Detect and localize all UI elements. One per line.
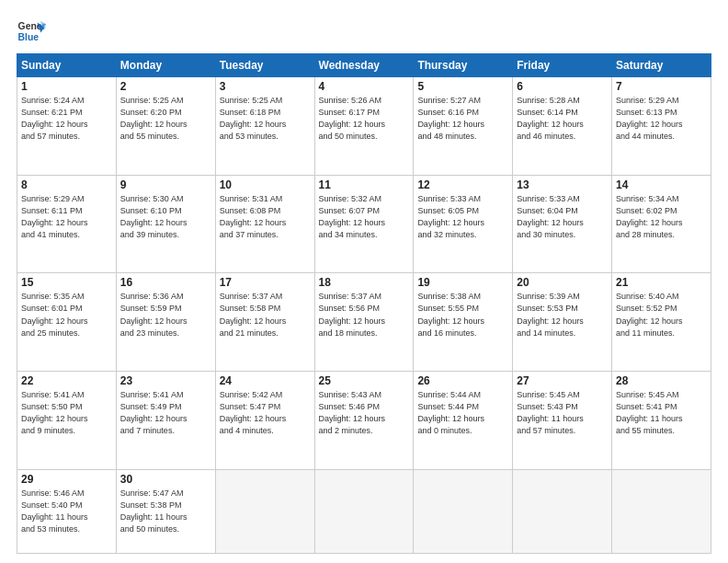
calendar-cell [414, 469, 513, 553]
calendar-cell: 6Sunrise: 5:28 AM Sunset: 6:14 PM Daylig… [513, 77, 612, 176]
calendar-week-row: 15Sunrise: 5:35 AM Sunset: 6:01 PM Dayli… [17, 273, 711, 372]
day-info: Sunrise: 5:34 AM Sunset: 6:02 PM Dayligh… [616, 193, 707, 241]
day-info: Sunrise: 5:26 AM Sunset: 6:17 PM Dayligh… [319, 95, 410, 143]
day-number: 29 [21, 473, 112, 486]
day-info: Sunrise: 5:33 AM Sunset: 6:05 PM Dayligh… [417, 193, 508, 241]
day-number: 19 [417, 276, 508, 289]
day-number: 13 [517, 178, 608, 191]
day-number: 3 [220, 80, 311, 93]
calendar-cell: 30Sunrise: 5:47 AM Sunset: 5:38 PM Dayli… [116, 469, 215, 553]
day-info: Sunrise: 5:33 AM Sunset: 6:04 PM Dayligh… [517, 193, 608, 241]
calendar-cell: 8Sunrise: 5:29 AM Sunset: 6:11 PM Daylig… [17, 175, 117, 273]
weekday-header-wednesday: Wednesday [314, 54, 414, 77]
day-number: 10 [220, 178, 311, 191]
day-number: 7 [616, 80, 707, 93]
day-info: Sunrise: 5:25 AM Sunset: 6:20 PM Dayligh… [120, 95, 211, 143]
day-number: 15 [21, 276, 112, 289]
calendar-cell: 3Sunrise: 5:25 AM Sunset: 6:18 PM Daylig… [215, 77, 314, 176]
day-info: Sunrise: 5:30 AM Sunset: 6:10 PM Dayligh… [120, 193, 211, 241]
day-info: Sunrise: 5:46 AM Sunset: 5:40 PM Dayligh… [21, 488, 112, 535]
day-number: 8 [21, 178, 112, 191]
calendar-cell: 23Sunrise: 5:41 AM Sunset: 5:49 PM Dayli… [116, 372, 215, 470]
calendar-cell: 20Sunrise: 5:39 AM Sunset: 5:53 PM Dayli… [513, 273, 612, 372]
day-info: Sunrise: 5:24 AM Sunset: 6:21 PM Dayligh… [21, 95, 112, 143]
logo-icon: General Blue [17, 17, 46, 46]
day-number: 17 [220, 276, 311, 289]
day-number: 16 [120, 276, 211, 289]
page: General Blue SundayMondayTuesdayWednesda… [0, 0, 728, 563]
calendar-cell: 26Sunrise: 5:44 AM Sunset: 5:44 PM Dayli… [414, 372, 513, 470]
calendar-cell: 13Sunrise: 5:33 AM Sunset: 6:04 PM Dayli… [513, 175, 612, 273]
calendar-cell: 29Sunrise: 5:46 AM Sunset: 5:40 PM Dayli… [17, 469, 117, 553]
weekday-header-monday: Monday [116, 54, 215, 77]
calendar-cell: 2Sunrise: 5:25 AM Sunset: 6:20 PM Daylig… [116, 77, 215, 176]
calendar-cell: 14Sunrise: 5:34 AM Sunset: 6:02 PM Dayli… [612, 175, 711, 273]
day-number: 22 [21, 374, 112, 387]
calendar-cell: 9Sunrise: 5:30 AM Sunset: 6:10 PM Daylig… [116, 175, 215, 273]
day-info: Sunrise: 5:27 AM Sunset: 6:16 PM Dayligh… [417, 95, 508, 143]
calendar-cell: 4Sunrise: 5:26 AM Sunset: 6:17 PM Daylig… [314, 77, 414, 176]
day-info: Sunrise: 5:43 AM Sunset: 5:46 PM Dayligh… [319, 389, 410, 437]
day-number: 24 [220, 374, 311, 387]
day-info: Sunrise: 5:36 AM Sunset: 5:59 PM Dayligh… [120, 291, 211, 339]
calendar-cell: 18Sunrise: 5:37 AM Sunset: 5:56 PM Dayli… [314, 273, 414, 372]
calendar-cell: 5Sunrise: 5:27 AM Sunset: 6:16 PM Daylig… [414, 77, 513, 176]
calendar-cell [513, 469, 612, 553]
day-info: Sunrise: 5:37 AM Sunset: 5:56 PM Dayligh… [319, 291, 410, 339]
day-info: Sunrise: 5:45 AM Sunset: 5:43 PM Dayligh… [517, 389, 608, 437]
day-info: Sunrise: 5:47 AM Sunset: 5:38 PM Dayligh… [120, 488, 211, 535]
day-info: Sunrise: 5:32 AM Sunset: 6:07 PM Dayligh… [319, 193, 410, 241]
weekday-header-tuesday: Tuesday [215, 54, 314, 77]
calendar-cell: 28Sunrise: 5:45 AM Sunset: 5:41 PM Dayli… [612, 372, 711, 470]
day-info: Sunrise: 5:38 AM Sunset: 5:55 PM Dayligh… [417, 291, 508, 339]
calendar-week-row: 22Sunrise: 5:41 AM Sunset: 5:50 PM Dayli… [17, 372, 711, 470]
day-info: Sunrise: 5:39 AM Sunset: 5:53 PM Dayligh… [517, 291, 608, 339]
calendar-cell [215, 469, 314, 553]
day-number: 14 [616, 178, 707, 191]
calendar-cell: 10Sunrise: 5:31 AM Sunset: 6:08 PM Dayli… [215, 175, 314, 273]
calendar-cell: 12Sunrise: 5:33 AM Sunset: 6:05 PM Dayli… [414, 175, 513, 273]
day-number: 26 [417, 374, 508, 387]
day-info: Sunrise: 5:35 AM Sunset: 6:01 PM Dayligh… [21, 291, 112, 339]
day-number: 30 [120, 473, 211, 486]
calendar-cell: 27Sunrise: 5:45 AM Sunset: 5:43 PM Dayli… [513, 372, 612, 470]
calendar-week-row: 8Sunrise: 5:29 AM Sunset: 6:11 PM Daylig… [17, 175, 711, 273]
calendar-cell: 19Sunrise: 5:38 AM Sunset: 5:55 PM Dayli… [414, 273, 513, 372]
day-number: 5 [417, 80, 508, 93]
calendar-cell: 17Sunrise: 5:37 AM Sunset: 5:58 PM Dayli… [215, 273, 314, 372]
day-info: Sunrise: 5:45 AM Sunset: 5:41 PM Dayligh… [616, 389, 707, 437]
calendar-cell: 15Sunrise: 5:35 AM Sunset: 6:01 PM Dayli… [17, 273, 117, 372]
calendar-table: SundayMondayTuesdayWednesdayThursdayFrid… [17, 53, 711, 554]
day-number: 12 [417, 178, 508, 191]
day-info: Sunrise: 5:41 AM Sunset: 5:50 PM Dayligh… [21, 389, 112, 437]
weekday-header-row: SundayMondayTuesdayWednesdayThursdayFrid… [17, 54, 711, 77]
day-info: Sunrise: 5:37 AM Sunset: 5:58 PM Dayligh… [220, 291, 311, 339]
day-number: 9 [120, 178, 211, 191]
weekday-header-friday: Friday [513, 54, 612, 77]
day-number: 11 [319, 178, 410, 191]
weekday-header-saturday: Saturday [612, 54, 711, 77]
day-info: Sunrise: 5:40 AM Sunset: 5:52 PM Dayligh… [616, 291, 707, 339]
logo: General Blue [17, 17, 46, 46]
day-number: 20 [517, 276, 608, 289]
day-number: 27 [517, 374, 608, 387]
day-info: Sunrise: 5:42 AM Sunset: 5:47 PM Dayligh… [220, 389, 311, 437]
day-number: 6 [517, 80, 608, 93]
weekday-header-thursday: Thursday [414, 54, 513, 77]
calendar-cell: 7Sunrise: 5:29 AM Sunset: 6:13 PM Daylig… [612, 77, 711, 176]
day-info: Sunrise: 5:29 AM Sunset: 6:13 PM Dayligh… [616, 95, 707, 143]
day-info: Sunrise: 5:29 AM Sunset: 6:11 PM Dayligh… [21, 193, 112, 241]
day-info: Sunrise: 5:25 AM Sunset: 6:18 PM Dayligh… [220, 95, 311, 143]
day-number: 28 [616, 374, 707, 387]
calendar-cell: 25Sunrise: 5:43 AM Sunset: 5:46 PM Dayli… [314, 372, 414, 470]
calendar-cell [612, 469, 711, 553]
day-info: Sunrise: 5:28 AM Sunset: 6:14 PM Dayligh… [517, 95, 608, 143]
header: General Blue [17, 17, 711, 46]
day-info: Sunrise: 5:31 AM Sunset: 6:08 PM Dayligh… [220, 193, 311, 241]
day-number: 18 [319, 276, 410, 289]
calendar-cell [314, 469, 414, 553]
calendar-cell: 11Sunrise: 5:32 AM Sunset: 6:07 PM Dayli… [314, 175, 414, 273]
day-number: 2 [120, 80, 211, 93]
day-info: Sunrise: 5:41 AM Sunset: 5:49 PM Dayligh… [120, 389, 211, 437]
day-number: 4 [319, 80, 410, 93]
